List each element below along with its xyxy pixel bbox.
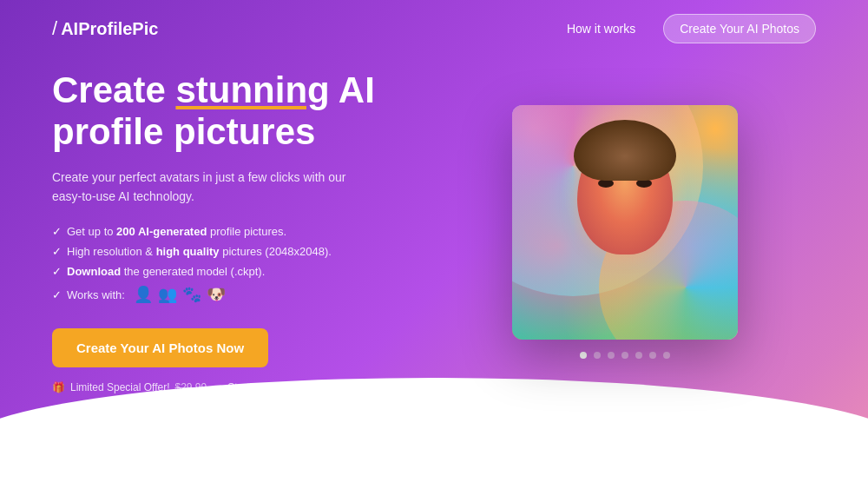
gift-icon: 🎁 <box>52 381 65 393</box>
original-price: $29.99 <box>175 381 207 393</box>
hero-right <box>434 105 816 359</box>
carousel-dot-5[interactable] <box>635 352 642 359</box>
feature-item-3: ✓ Download the generated model (.ckpt). <box>52 265 434 278</box>
feature-bold-2: high quality <box>156 245 220 258</box>
nav: How it works Create Your AI Photos <box>567 14 816 43</box>
check-icon-1: ✓ <box>52 225 62 238</box>
feature-text-3: Download the generated model (.ckpt). <box>67 265 265 278</box>
offer-label: Limited Special Offer! <box>70 381 170 393</box>
face-overlay <box>569 133 681 272</box>
feature-bold-1: 200 AI-generated <box>116 225 207 238</box>
carousel-dot-1[interactable] <box>580 352 587 359</box>
hero-left: Create stunning AI profile pictures Crea… <box>52 69 434 393</box>
icon-people: 👥 <box>158 285 177 304</box>
offer-arrow: → <box>212 381 222 393</box>
features-list: ✓ Get up to 200 AI-generated profile pic… <box>52 225 434 304</box>
hero-title-ai: AI <box>330 69 375 110</box>
feature-item-2: ✓ High resolution & high quality picture… <box>52 245 434 258</box>
icon-dog: 🐶 <box>207 285 226 304</box>
hero-section: Create stunning AI profile pictures Crea… <box>0 0 868 446</box>
carousel-dot-3[interactable] <box>608 352 615 359</box>
offer-text: 🎁 Limited Special Offer! $29.99 → Starti… <box>52 381 434 393</box>
hero-title: Create stunning AI profile pictures <box>52 69 434 154</box>
feature-item-4: ✓ Works with: 👤 👥 🐾 🐶 <box>52 285 434 304</box>
nav-cta-button[interactable]: Create Your AI Photos <box>663 14 816 43</box>
carousel-dot-2[interactable] <box>594 352 601 359</box>
header: / AIProfilePic How it works Create Your … <box>0 0 868 57</box>
icon-person: 👤 <box>134 285 153 304</box>
logo-slash: / <box>52 17 57 40</box>
hero-title-create: Create <box>52 69 175 110</box>
logo-text: AIProfilePic <box>61 19 158 39</box>
carousel-dot-6[interactable] <box>649 352 656 359</box>
hero-cta-button[interactable]: Create Your AI Photos Now <box>52 328 268 367</box>
feature-bold-3: Download <box>67 265 121 278</box>
check-icon-3: ✓ <box>52 265 62 278</box>
feature-text-1: Get up to 200 AI-generated profile pictu… <box>67 225 286 238</box>
new-price: Starting from $11.99 <box>227 381 322 393</box>
check-icon-2: ✓ <box>52 245 62 258</box>
logo[interactable]: / AIProfilePic <box>52 17 158 40</box>
carousel-dot-4[interactable] <box>621 352 628 359</box>
feature-text-4: Works with: <box>67 288 125 301</box>
hero-title-line2: profile pictures <box>52 111 315 152</box>
feature-text-2: High resolution & high quality pictures … <box>67 245 332 258</box>
how-it-works-link[interactable]: How it works <box>567 22 635 36</box>
hero-subtitle: Create your perfect avatars in just a fe… <box>52 168 365 207</box>
carousel-dots <box>580 352 670 359</box>
ai-portrait-frame <box>512 105 738 340</box>
icon-paw: 🐾 <box>182 285 201 304</box>
ai-portrait <box>512 105 738 340</box>
hero-title-stunning: stunning <box>175 69 329 110</box>
feature-item-1: ✓ Get up to 200 AI-generated profile pic… <box>52 225 434 238</box>
carousel-dot-7[interactable] <box>663 352 670 359</box>
how-it-works-section: HOW IT WORKS Turn yourself into a Master… <box>0 446 868 489</box>
check-icon-4: ✓ <box>52 288 62 301</box>
works-with-icons: 👤 👥 🐾 🐶 <box>134 285 226 304</box>
hero-title-line1: Create stunning AI <box>52 69 375 110</box>
